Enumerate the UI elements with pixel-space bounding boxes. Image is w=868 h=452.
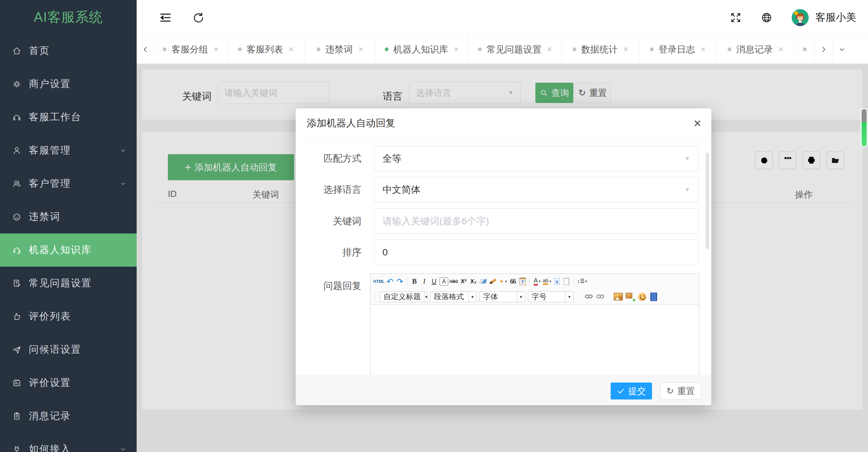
font-color-button[interactable]: A▾ <box>533 276 541 287</box>
chevron-down-icon: ▼ <box>685 156 690 162</box>
tab-banned-words[interactable]: 违禁词× <box>305 35 376 63</box>
sidebar-item-agent-management[interactable]: 客服管理 <box>0 134 137 167</box>
anchor-icon: a <box>554 278 559 285</box>
tab-label: 常见问题设置 <box>487 43 541 56</box>
redo-button[interactable]: ↷ <box>395 276 404 287</box>
chevron-down-icon: ▼ <box>685 187 690 193</box>
close-icon[interactable]: × <box>778 44 783 55</box>
sidebar-item-how-to-connect[interactable]: 如何接入 <box>0 433 137 452</box>
close-icon[interactable]: × <box>623 44 628 55</box>
image-icon <box>614 293 623 301</box>
close-icon[interactable]: × <box>454 44 459 55</box>
emoji-button[interactable] <box>638 291 647 303</box>
sidebar-item-banned-words[interactable]: 违禁词 <box>0 200 137 233</box>
avatar[interactable] <box>792 9 809 26</box>
close-icon[interactable]: × <box>358 44 363 55</box>
tab-partial[interactable] <box>795 35 815 63</box>
new-document-button[interactable] <box>562 276 571 287</box>
insert-link-button[interactable] <box>585 291 593 303</box>
close-icon[interactable]: × <box>694 117 701 130</box>
paste-as-text-button[interactable]: T <box>518 276 527 287</box>
tab-robot-knowledge[interactable]: 机器人知识库× <box>376 35 468 63</box>
sidebar-item-review-list[interactable]: 评价列表 <box>0 300 137 333</box>
sidebar-item-review-settings[interactable]: 评价设置 <box>0 366 137 399</box>
sidebar-item-greeting-settings[interactable]: 问候语设置 <box>0 333 137 366</box>
close-icon[interactable]: × <box>213 44 218 55</box>
sort-field-label: 排序 <box>342 240 361 265</box>
font-color-icon: A <box>534 278 538 286</box>
caret-down-icon: ▼ <box>424 292 428 302</box>
batch-image-button[interactable] <box>626 291 635 303</box>
tab-agent-groups[interactable]: 客服分组× <box>155 35 227 63</box>
tab-data-statistics[interactable]: 数据统计× <box>562 35 639 63</box>
font-family-select[interactable]: 字体▼ <box>479 291 525 302</box>
collapse-menu-icon[interactable] <box>159 11 172 24</box>
editor-content[interactable] <box>371 305 699 376</box>
insert-image-button[interactable] <box>614 291 623 303</box>
superscript-button[interactable]: X² <box>459 276 468 287</box>
subscript-button[interactable]: X₂ <box>469 276 478 287</box>
sidebar-item-label: 如何接入 <box>29 443 71 452</box>
tabs-scroll-left-button[interactable] <box>137 35 155 63</box>
link-icon <box>585 294 593 299</box>
sidebar-item-home[interactable]: 首页 <box>0 34 137 67</box>
bold-button[interactable]: B <box>410 276 419 287</box>
remove-link-button[interactable] <box>596 291 605 303</box>
undo-button[interactable]: ↶ <box>386 276 394 287</box>
close-icon[interactable]: × <box>701 44 706 55</box>
close-icon[interactable]: × <box>289 44 294 55</box>
tab-label: 客服分组 <box>171 43 208 56</box>
tabs-scroll-right-button[interactable] <box>815 35 833 63</box>
submit-button[interactable]: 提交 <box>611 383 652 399</box>
magic-wand-icon: ✦ <box>499 278 504 285</box>
globe-icon[interactable] <box>761 12 773 24</box>
tab-message-records[interactable]: 消息记录× <box>717 35 795 63</box>
modal-scrollbar[interactable] <box>706 153 709 249</box>
paragraph-format-select[interactable]: 段落格式▼ <box>430 291 477 302</box>
top-bar: 客服小美 <box>137 0 868 35</box>
tab-faq-settings[interactable]: 常见问题设置× <box>468 35 562 63</box>
custom-heading-select[interactable]: 自定义标题▼ <box>380 291 428 302</box>
font-style-button[interactable]: A <box>439 278 448 286</box>
font-size-select[interactable]: 字号▼ <box>528 291 574 302</box>
sidebar-item-agent-workbench[interactable]: 客服工作台 <box>0 101 137 134</box>
remove-format-button[interactable] <box>479 276 488 287</box>
insert-media-button[interactable] <box>649 291 658 303</box>
modal-reset-button[interactable]: ↻ 重置 <box>660 383 701 399</box>
language-field-select[interactable]: 中文简体 ▼ <box>374 177 698 203</box>
sidebar-item-message-records[interactable]: 消息记录 <box>0 399 137 433</box>
blockquote-button[interactable]: 66 <box>508 276 517 287</box>
html-source-button[interactable]: HTML <box>373 276 384 287</box>
refresh-icon[interactable] <box>192 11 204 24</box>
strikethrough-button[interactable]: ABC <box>449 276 458 287</box>
close-icon[interactable]: × <box>547 44 552 55</box>
format-brush-button[interactable] <box>489 276 497 287</box>
sidebar-item-robot-knowledge[interactable]: 机器人知识库 <box>0 233 137 267</box>
fullscreen-icon[interactable] <box>730 12 742 23</box>
tab-agent-list[interactable]: 客服列表× <box>227 35 305 63</box>
sidebar-item-faq-settings[interactable]: 常见问题设置 <box>0 267 137 300</box>
username[interactable]: 客服小美 <box>815 11 856 24</box>
sort-field-input[interactable] <box>382 247 690 258</box>
app-title: AI客服系统 <box>34 8 103 26</box>
match-mode-select[interactable]: 全等 ▼ <box>374 146 698 171</box>
sidebar-item-merchant-settings[interactable]: 商户设置 <box>0 67 137 101</box>
underline-button[interactable]: U <box>430 276 438 287</box>
tab-dot <box>803 47 807 51</box>
editor-toolbar-row2: 自定义标题▼ 段落格式▼ 字体▼ 字号▼ <box>371 289 699 305</box>
tab-label: 数据统计 <box>581 43 618 56</box>
tab-login-logs[interactable]: 登录日志× <box>639 35 717 63</box>
quick-format-button[interactable]: ✦▾ <box>498 276 507 287</box>
line-height-button[interactable]: ↕▾ <box>577 276 587 287</box>
field-language: 选择语言 中文简体 ▼ <box>296 177 711 203</box>
italic-button[interactable]: I <box>420 276 429 287</box>
tab-label: 违禁词 <box>325 43 353 56</box>
keyword-field-input[interactable] <box>382 216 690 227</box>
line-height-icon: ↕ <box>577 278 580 285</box>
page-scrollbar[interactable] <box>862 109 867 146</box>
highlight-button[interactable]: ab▾ <box>542 276 551 287</box>
sidebar-item-customer-management[interactable]: 客户管理 <box>0 167 137 200</box>
custom-heading-label: 自定义标题 <box>380 292 424 302</box>
tabs-menu-button[interactable] <box>833 35 851 63</box>
anchor-button[interactable]: a <box>552 276 561 287</box>
